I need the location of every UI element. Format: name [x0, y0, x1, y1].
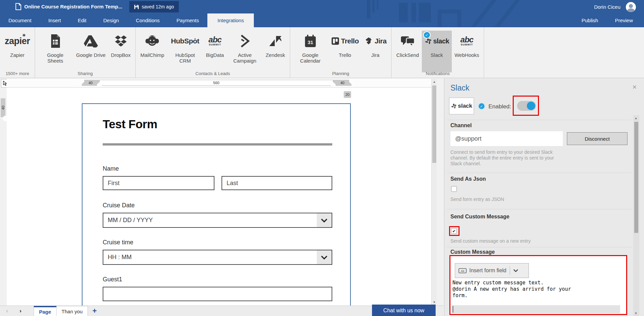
menu-item-publish[interactable]: Publish	[573, 13, 606, 27]
integration-active-campaign[interactable]: Active Campaign	[227, 31, 263, 72]
ribbon-group-notifications: ClickSend✓slackSlackabcSUBMITWebHooksNot…	[392, 27, 484, 78]
integration-label: Google Drive	[76, 52, 106, 58]
close-icon[interactable]: ×	[630, 83, 639, 92]
prev-page-button[interactable]: ‹	[6, 308, 8, 314]
menu-item-edit[interactable]: Edit	[69, 13, 95, 27]
integration-webhooks[interactable]: abcSUBMITWebHooks	[452, 31, 482, 72]
slack-logo-box: slack	[449, 98, 474, 114]
channel-heading: Channel	[450, 122, 472, 129]
menu-item-design[interactable]: Design	[95, 13, 128, 27]
menu-left: DocumentInsertEditDesignConditionsPaymen…	[0, 13, 207, 27]
selected-check-badge: ✓	[423, 31, 431, 39]
ribbon-group-items: Google SheetsGoogle DriveDropBox	[37, 31, 133, 72]
integration-trello[interactable]: TrelloTrello	[329, 31, 362, 72]
integration-bigdata[interactable]: abcSUBMITBigData	[203, 31, 227, 72]
integration-google-sheets[interactable]: Google Sheets	[37, 31, 73, 72]
page-tab-page[interactable]: Page	[34, 306, 57, 316]
ribbon-group-sharing: Google SheetsGoogle DriveDropBoxSharing	[35, 27, 136, 78]
panel-title: Slack	[450, 83, 469, 93]
svg-text:31: 31	[307, 39, 313, 45]
add-page-button[interactable]: +	[90, 307, 99, 315]
canvas-scrollbar-thumb[interactable]	[432, 85, 436, 163]
ruler-right-margin: 40	[333, 80, 351, 86]
channel-input[interactable]: @support	[450, 131, 563, 146]
save-icon	[134, 4, 139, 9]
mailchimp-icon	[145, 32, 160, 50]
integration-label: MailChimp	[140, 52, 164, 58]
form-divider[interactable]	[103, 144, 332, 145]
chevron-down-icon[interactable]	[510, 269, 521, 272]
input-first-name[interactable]: First	[103, 176, 214, 190]
google-drive-icon	[84, 32, 98, 50]
menu-item-insert[interactable]: Insert	[40, 13, 69, 27]
ribbon-group-items: MailChimpHubSpȯtHubSpot CRMabcSUBMITBigD…	[138, 31, 288, 72]
document-icon	[15, 3, 21, 10]
integration-slack[interactable]: ✓slackSlack	[422, 31, 452, 72]
disconnect-button[interactable]: Disconnect	[567, 132, 628, 145]
ribbon-group-1500-more: zapier✳Zapier1500+ more	[0, 27, 35, 78]
enabled-label: Enabled:	[488, 103, 511, 110]
send-custom-message-help: Send custom message on a new entry	[450, 238, 531, 244]
ruler-left-margin: 40	[82, 80, 99, 86]
field-label-cruise-time[interactable]: Cruise time	[103, 239, 133, 246]
insert-form-field-label: Insert form field	[469, 268, 506, 274]
vertical-ruler-margin: 40	[1, 98, 5, 117]
panel-scrollbar-thumb[interactable]	[634, 122, 638, 233]
ribbon-group-items: zapier✳Zapier	[2, 31, 33, 72]
scroll-up-icon[interactable]: ▲	[432, 79, 437, 84]
integration-clicksend[interactable]: ClickSend	[394, 31, 422, 72]
design-canvas-area: 40 560 40 40 20 Test Form Name First Las…	[0, 78, 443, 316]
custom-message-heading: Custom Message	[450, 249, 495, 255]
scroll-up-icon[interactable]: ▲	[633, 115, 639, 121]
tab-integrations[interactable]: Integrations	[207, 13, 254, 27]
canvas-scrollbar[interactable]: ▲ ▼	[431, 79, 437, 305]
menu-item-payments[interactable]: Payments	[168, 13, 207, 27]
form-preview[interactable]: Test Form Name First Last Cruise Date MM…	[82, 103, 351, 306]
field-label-cruise-date[interactable]: Cruise Date	[103, 202, 135, 209]
scroll-down-icon[interactable]: ▼	[633, 310, 639, 316]
page-tabs-bar: ‹ › PageThan you + Chat with us now	[0, 306, 443, 316]
section-divider	[447, 173, 632, 173]
custom-message-text[interactable]: New entry custom message text. @dorin A …	[452, 280, 571, 299]
active-campaign-icon	[239, 32, 250, 50]
scroll-down-icon[interactable]: ▼	[432, 299, 437, 305]
send-as-json-heading: Send As Json	[450, 176, 486, 182]
form-field-icon: AB	[459, 268, 467, 273]
insert-form-field-button[interactable]: AB Insert form field	[455, 263, 529, 278]
send-as-json-checkbox[interactable]	[451, 186, 457, 192]
panel-scrollbar[interactable]: ▲ ▼	[633, 115, 639, 316]
slack-settings-panel: Slack × slack ✓ Enabled: Channel @suppor…	[444, 78, 644, 316]
integration-mailchimp[interactable]: MailChimp	[138, 31, 167, 72]
dropbox-icon	[114, 32, 128, 50]
integration-jira[interactable]: JiraJira	[362, 31, 389, 72]
input-last-name[interactable]: Last	[222, 176, 332, 190]
user-avatar[interactable]	[626, 2, 636, 12]
integration-label: Google Sheets	[40, 52, 71, 64]
text-cursor-line[interactable]	[452, 305, 620, 313]
menu-item-conditions[interactable]: Conditions	[127, 13, 168, 27]
select-cruise-time[interactable]: HH : MM	[103, 250, 332, 265]
chat-with-us-button[interactable]: Chat with us now	[372, 305, 436, 316]
offset-badge: 20	[344, 91, 351, 98]
integration-hubspot-crm[interactable]: HubSpȯtHubSpot CRM	[167, 31, 203, 72]
input-guest1[interactable]	[103, 287, 332, 301]
integration-label: WebHooks	[454, 52, 479, 58]
chevron-down-icon	[317, 250, 332, 264]
page-tab-than-you[interactable]: Than you	[57, 306, 88, 316]
menu-item-preview[interactable]: Preview	[607, 13, 641, 27]
integration-zapier[interactable]: zapier✳Zapier	[2, 31, 33, 72]
integration-zendesk[interactable]: Zendesk	[263, 31, 288, 72]
ribbon-group-items: ClickSend✓slackSlackabcSUBMITWebHooks	[394, 31, 482, 72]
integration-google-calendar[interactable]: 31Google Calendar	[292, 31, 329, 72]
field-label-guest1[interactable]: Guest1	[103, 276, 122, 283]
menu-item-document[interactable]: Document	[0, 13, 40, 27]
integration-label: Zendesk	[266, 52, 285, 58]
field-label-name[interactable]: Name	[103, 165, 119, 172]
section-divider	[447, 120, 632, 120]
next-page-button[interactable]: ›	[20, 308, 22, 314]
select-cruise-date[interactable]: MM / DD / YYYY	[103, 213, 332, 228]
custom-message-editor[interactable]: AB Insert form field New entry custom me…	[449, 255, 627, 315]
form-title[interactable]: Test Form	[103, 117, 157, 131]
integration-dropbox[interactable]: DropBox	[108, 31, 133, 72]
integration-google-drive[interactable]: Google Drive	[73, 31, 108, 72]
